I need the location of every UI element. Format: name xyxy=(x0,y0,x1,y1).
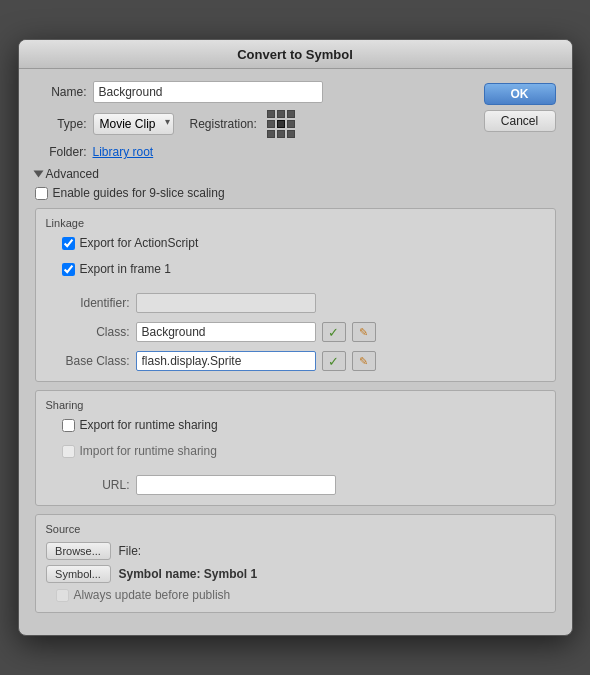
symbol-button[interactable]: Symbol... xyxy=(46,565,111,583)
import-runtime-label: Import for runtime sharing xyxy=(80,444,217,458)
linkage-title: Linkage xyxy=(46,217,545,229)
convert-to-symbol-dialog: Convert to Symbol Name: Type: Movie Clip… xyxy=(18,39,573,636)
folder-label: Folder: xyxy=(35,145,87,159)
check-icon: ✓ xyxy=(328,325,339,340)
export-runtime-checkbox[interactable] xyxy=(62,419,75,432)
reg-dot-7[interactable] xyxy=(267,130,275,138)
base-class-row: Base Class: ✓ ✎ xyxy=(62,351,545,371)
reg-dot-9[interactable] xyxy=(287,130,295,138)
type-select-wrapper[interactable]: Movie Clip Button Graphic xyxy=(93,113,174,135)
dialog-title: Convert to Symbol xyxy=(237,47,353,62)
type-row: Type: Movie Clip Button Graphic Registra… xyxy=(35,110,474,138)
export-actionscript-checkbox[interactable] xyxy=(62,237,75,250)
reg-dot-8[interactable] xyxy=(277,130,285,138)
type-label: Type: xyxy=(35,117,87,131)
url-input[interactable] xyxy=(136,475,336,495)
file-label: File: xyxy=(119,544,142,558)
export-runtime-row: Export for runtime sharing xyxy=(62,418,545,432)
base-pencil-icon: ✎ xyxy=(359,355,368,368)
source-title: Source xyxy=(46,523,545,535)
ok-button[interactable]: OK xyxy=(484,83,556,105)
cancel-button[interactable]: Cancel xyxy=(484,110,556,132)
source-symbol-row: Symbol... Symbol name: Symbol 1 xyxy=(46,565,545,583)
dialog-buttons: OK Cancel xyxy=(484,81,556,132)
pencil-icon: ✎ xyxy=(359,326,368,339)
class-row: Class: ✓ ✎ xyxy=(62,322,545,342)
advanced-toggle[interactable]: Advanced xyxy=(35,167,556,181)
always-update-row: Always update before publish xyxy=(56,588,545,602)
class-label: Class: xyxy=(62,325,130,339)
always-update-checkbox[interactable] xyxy=(56,589,69,602)
name-label: Name: xyxy=(35,85,87,99)
export-frame1-row: Export in frame 1 xyxy=(62,262,545,276)
source-browse-row: Browse... File: xyxy=(46,542,545,560)
sharing-content: Export for runtime sharing Import for ru… xyxy=(62,418,545,495)
base-check-icon: ✓ xyxy=(328,354,339,369)
advanced-label: Advanced xyxy=(46,167,99,181)
identifier-row: Identifier: xyxy=(62,293,545,313)
export-actionscript-row: Export for ActionScript xyxy=(62,236,545,250)
registration-grid[interactable] xyxy=(267,110,295,138)
reg-dot-5[interactable] xyxy=(277,120,285,128)
url-row: URL: xyxy=(62,475,545,495)
folder-link[interactable]: Library root xyxy=(93,145,154,159)
folder-row: Folder: Library root xyxy=(35,145,474,159)
registration-label: Registration: xyxy=(190,117,257,131)
export-runtime-label: Export for runtime sharing xyxy=(80,418,218,432)
always-update-label: Always update before publish xyxy=(74,588,231,602)
import-runtime-row: Import for runtime sharing xyxy=(62,444,545,458)
symbol-name-text: Symbol name: Symbol 1 xyxy=(119,567,258,581)
sharing-section: Sharing Export for runtime sharing Impor… xyxy=(35,390,556,506)
linkage-section: Linkage Export for ActionScript Export i… xyxy=(35,208,556,382)
base-class-edit-button[interactable]: ✎ xyxy=(352,351,376,371)
base-class-check-button[interactable]: ✓ xyxy=(322,351,346,371)
export-actionscript-label: Export for ActionScript xyxy=(80,236,199,250)
identifier-input[interactable] xyxy=(136,293,316,313)
identifier-label: Identifier: xyxy=(62,296,130,310)
url-label: URL: xyxy=(62,478,130,492)
enable-guides-checkbox[interactable] xyxy=(35,187,48,200)
base-class-input[interactable] xyxy=(136,351,316,371)
enable-guides-row: Enable guides for 9-slice scaling xyxy=(35,186,556,200)
reg-dot-3[interactable] xyxy=(287,110,295,118)
reg-dot-4[interactable] xyxy=(267,120,275,128)
class-input[interactable] xyxy=(136,322,316,342)
source-section: Source Browse... File: Symbol... Symbol … xyxy=(35,514,556,613)
export-frame1-checkbox[interactable] xyxy=(62,263,75,276)
reg-dot-1[interactable] xyxy=(267,110,275,118)
sharing-title: Sharing xyxy=(46,399,545,411)
class-edit-button[interactable]: ✎ xyxy=(352,322,376,342)
import-runtime-checkbox[interactable] xyxy=(62,445,75,458)
dialog-titlebar: Convert to Symbol xyxy=(19,40,572,69)
name-row: Name: xyxy=(35,81,474,103)
reg-dot-2[interactable] xyxy=(277,110,285,118)
type-select[interactable]: Movie Clip Button Graphic xyxy=(93,113,174,135)
export-frame1-label: Export in frame 1 xyxy=(80,262,171,276)
enable-guides-label: Enable guides for 9-slice scaling xyxy=(53,186,225,200)
name-input[interactable] xyxy=(93,81,323,103)
reg-dot-6[interactable] xyxy=(287,120,295,128)
linkage-content: Export for ActionScript Export in frame … xyxy=(62,236,545,371)
browse-button[interactable]: Browse... xyxy=(46,542,111,560)
base-class-label: Base Class: xyxy=(62,354,130,368)
class-check-button[interactable]: ✓ xyxy=(322,322,346,342)
advanced-triangle-icon xyxy=(33,171,43,178)
